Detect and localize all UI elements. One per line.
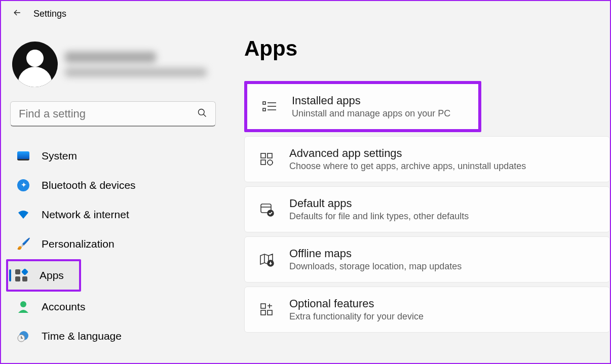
nav-list: System Bluetooth & devices Network & int… (8, 142, 218, 350)
profile-section[interactable] (8, 36, 218, 101)
nav-item-personalization[interactable]: 🖌️ Personalization (8, 230, 218, 258)
nav-label: Personalization (42, 238, 114, 250)
nav-item-apps[interactable]: Apps (8, 261, 79, 290)
svg-rect-5 (263, 108, 265, 111)
avatar (12, 42, 58, 87)
search-icon (197, 108, 207, 120)
card-advanced-app-settings[interactable]: Advanced app settings Choose where to ge… (244, 136, 610, 182)
back-button[interactable] (11, 8, 23, 20)
nav-item-bluetooth[interactable]: Bluetooth & devices (8, 171, 218, 199)
nav-item-system[interactable]: System (8, 142, 218, 170)
nav-label: Network & internet (42, 209, 129, 221)
nav-label: Bluetooth & devices (42, 179, 136, 191)
page-title: Apps (244, 36, 610, 61)
nav-label: Accounts (42, 301, 85, 313)
brush-icon: 🖌️ (16, 237, 30, 251)
highlight-installed-apps: Installed apps Uninstall and manage apps… (244, 81, 481, 132)
sidebar: System Bluetooth & devices Network & int… (1, 26, 224, 363)
nav-label: System (42, 150, 77, 162)
card-installed-apps[interactable]: Installed apps Uninstall and manage apps… (247, 84, 478, 129)
bluetooth-icon (16, 178, 30, 192)
apps-icon (14, 268, 28, 282)
svg-rect-18 (261, 310, 265, 315)
grid-plus-icon (259, 302, 275, 318)
card-title: Installed apps (292, 94, 450, 107)
main-content: Apps Installed apps Uninstall and manage… (224, 26, 610, 363)
highlight-apps-nav: Apps (6, 259, 81, 292)
map-download-icon (259, 252, 275, 268)
window-title: Settings (33, 9, 66, 19)
svg-point-12 (268, 160, 273, 165)
svg-rect-4 (263, 102, 265, 104)
nav-label: Time & language (42, 330, 122, 342)
card-optional-features[interactable]: Optional features Extra functionality fo… (244, 287, 610, 333)
window-check-icon (259, 201, 275, 218)
svg-point-1 (20, 301, 26, 307)
svg-rect-10 (268, 153, 272, 158)
card-title: Offline maps (289, 247, 462, 260)
profile-info (65, 52, 207, 77)
card-subtitle: Uninstall and manage apps on your PC (292, 108, 450, 119)
clock-globe-icon (16, 329, 30, 343)
card-default-apps[interactable]: Default apps Defaults for file and link … (244, 186, 610, 232)
search-input[interactable] (19, 107, 197, 120)
svg-rect-11 (261, 160, 265, 165)
card-title: Optional features (289, 297, 424, 310)
nav-item-accounts[interactable]: Accounts (8, 293, 218, 321)
person-icon (16, 300, 30, 314)
card-title: Advanced app settings (289, 147, 526, 160)
apps-gear-icon (259, 151, 275, 168)
card-offline-maps[interactable]: Offline maps Downloads, storage location… (244, 236, 610, 282)
svg-rect-9 (261, 153, 265, 158)
nav-item-time[interactable]: Time & language (8, 322, 218, 350)
svg-rect-19 (268, 310, 272, 315)
system-icon (16, 149, 30, 163)
card-subtitle: Extra functionality for your device (289, 311, 424, 322)
wifi-icon (16, 208, 30, 222)
card-subtitle: Choose where to get apps, archive apps, … (289, 161, 526, 172)
svg-point-0 (199, 109, 205, 115)
nav-item-network[interactable]: Network & internet (8, 200, 218, 229)
card-title: Default apps (289, 197, 469, 210)
search-box[interactable] (10, 101, 216, 127)
card-subtitle: Downloads, storage location, map updates (289, 261, 462, 272)
card-subtitle: Defaults for file and link types, other … (289, 211, 469, 222)
svg-rect-17 (261, 304, 265, 308)
list-icon (261, 99, 278, 115)
nav-label: Apps (40, 269, 64, 281)
